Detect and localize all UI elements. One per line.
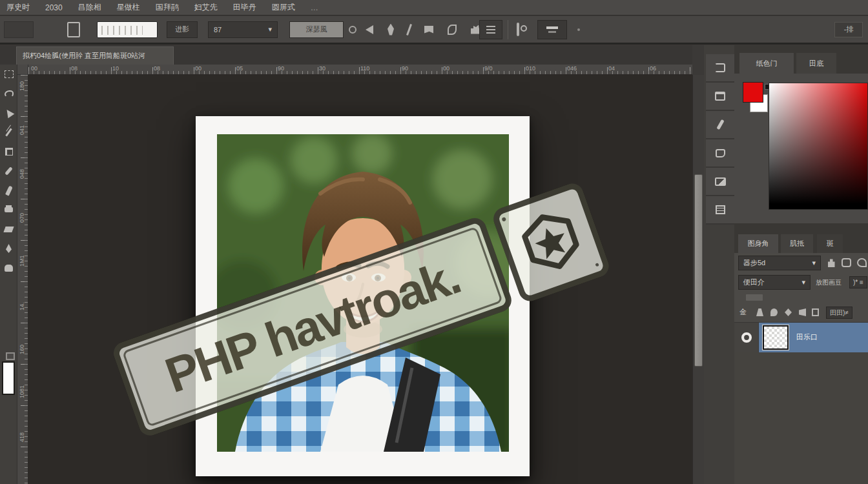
- image-icon: [715, 177, 726, 186]
- tab-swatches[interactable]: 田底: [796, 53, 836, 74]
- image-panel-button[interactable]: [706, 168, 734, 196]
- properties-panel-button[interactable]: [706, 196, 734, 225]
- brush-panel-button[interactable]: [706, 111, 734, 139]
- scrollbar-thumb[interactable]: [694, 174, 703, 367]
- lock-all-icon[interactable]: [812, 308, 819, 316]
- layer-visibility-toggle[interactable]: [734, 323, 759, 352]
- marquee-icon: [5, 70, 14, 78]
- eraser-tool[interactable]: [0, 219, 17, 239]
- document-tab-bar: 拟朽04绘胍(使用肸 直至用筒船斑0站河: [0, 45, 692, 65]
- ruler-label: 110: [360, 65, 369, 72]
- lasso-tool[interactable]: [0, 84, 17, 103]
- wand-tool[interactable]: [0, 123, 17, 142]
- marquee-tool[interactable]: [0, 65, 17, 84]
- vertical-scrollbar[interactable]: [692, 75, 704, 484]
- brush-icon: [5, 185, 13, 196]
- menu-edit[interactable]: 2030: [45, 3, 63, 12]
- tab-paths[interactable]: 斑: [817, 234, 843, 253]
- ruler-label: 90: [402, 65, 408, 72]
- grunge-speck: [595, 263, 599, 267]
- ruler-label: 10: [112, 65, 119, 72]
- dash-icon: [546, 26, 558, 29]
- quill-icon[interactable]: [448, 25, 457, 35]
- opacity-value: 便田介: [743, 277, 765, 287]
- pressure-icon[interactable]: [349, 26, 356, 34]
- eye-icon: [739, 330, 754, 345]
- layers-panel: 器步5d ▾ 便田介 ▾ 放图画豆 )* ≡ 金 田田)≠: [734, 253, 868, 484]
- workspace-switcher-button[interactable]: -排: [834, 22, 863, 37]
- hand-icon: [5, 265, 13, 272]
- menu-filter[interactable]: 妇艾先: [194, 2, 218, 13]
- lock-transparent-icon[interactable]: [756, 308, 763, 316]
- stamp-icon: [5, 207, 13, 212]
- tab-channels[interactable]: 肌抵: [781, 234, 813, 253]
- align-button[interactable]: [479, 20, 502, 39]
- panel-grip: [746, 294, 763, 301]
- tab-color[interactable]: 纸色门: [739, 53, 794, 74]
- tab-layers[interactable]: 图身角: [738, 234, 778, 253]
- ruler-label: 418: [19, 434, 25, 442]
- shapes-panel-button[interactable]: [706, 139, 734, 168]
- lock-artboard-icon[interactable]: [799, 308, 806, 316]
- ruler-label: 08: [71, 65, 78, 72]
- ruler-label: 00: [31, 65, 37, 72]
- menu-view[interactable]: 田毕丹: [233, 2, 256, 13]
- layer-row-selected[interactable]: 田乐口: [734, 323, 868, 352]
- opacity-button[interactable]: 深瑟風: [289, 21, 344, 38]
- move-tool[interactable]: [0, 103, 17, 123]
- hand-tool[interactable]: [0, 258, 17, 277]
- panel-foreground-swatch[interactable]: [743, 82, 763, 103]
- opacity-field[interactable]: )* ≡: [849, 276, 867, 288]
- library-icon: [715, 92, 725, 101]
- brush-preview-button[interactable]: [97, 21, 158, 38]
- menu-select[interactable]: 国拜鹃: [156, 2, 179, 13]
- document-tab[interactable]: 拟朽04绘胍(使用肸 直至用筒船斑0站河: [16, 46, 174, 65]
- mask-icon[interactable]: [842, 258, 851, 267]
- ruler-label: 1M1: [19, 259, 25, 267]
- lock-move-icon[interactable]: [785, 308, 792, 316]
- eraser-icon: [3, 227, 14, 232]
- flag-icon[interactable]: [424, 26, 433, 34]
- background-color-swatch[interactable]: [6, 352, 15, 360]
- bridge-icon[interactable]: [517, 24, 519, 35]
- canvas-area[interactable]: PHP havtroak.: [28, 75, 692, 484]
- blend-mode-dropdown[interactable]: 器步5d ▾: [738, 256, 821, 270]
- opacity-dropdown[interactable]: 便田介 ▾: [738, 275, 811, 290]
- stamp-tool[interactable]: [0, 200, 17, 219]
- eyedropper-tool[interactable]: [0, 161, 17, 181]
- crop-tool[interactable]: [0, 142, 17, 161]
- ruler-label: 180: [19, 83, 25, 91]
- ruler-label: 160: [19, 347, 25, 354]
- ruler-label: 08: [154, 65, 160, 72]
- line-icon[interactable]: [406, 24, 412, 35]
- history-panel-button[interactable]: [706, 54, 734, 83]
- blend-mode-value: 器步5d: [743, 258, 765, 268]
- nav-arrow-icon[interactable]: [366, 25, 373, 34]
- tool-bar: [0, 65, 17, 484]
- fx-icon[interactable]: [857, 258, 867, 267]
- options-bar: 进影 87 ▾ 深瑟風 -排: [0, 16, 868, 45]
- ruler-label: 00: [195, 65, 202, 72]
- tool-preset-button[interactable]: [4, 21, 34, 38]
- mode-button[interactable]: 进影: [167, 21, 198, 38]
- menu-image[interactable]: 昌除相: [78, 2, 101, 13]
- pen-icon[interactable]: [388, 24, 394, 35]
- ruler-label: 070: [19, 215, 25, 223]
- menu-window[interactable]: 圆屏式: [272, 2, 295, 13]
- color-gradient-picker[interactable]: [769, 83, 868, 210]
- properties-icon: [716, 205, 725, 214]
- brush-panel-icon: [716, 119, 724, 130]
- foreground-color-swatch[interactable]: [2, 361, 15, 395]
- layer-thumbnail[interactable]: [763, 325, 789, 350]
- pen-tool[interactable]: [0, 239, 17, 258]
- menu-layer[interactable]: 星做柱: [117, 2, 140, 13]
- brush-size-dropdown[interactable]: 87 ▾: [208, 21, 278, 38]
- library-panel-button[interactable]: [706, 83, 734, 111]
- brush-size-value: 87: [214, 26, 222, 34]
- panel-toggle-button[interactable]: [537, 20, 567, 39]
- fill-field[interactable]: 田田)≠: [826, 307, 852, 319]
- menu-file[interactable]: 厚史时: [6, 2, 30, 13]
- brush-tool[interactable]: [0, 181, 17, 200]
- wand-icon: [5, 128, 12, 136]
- lock-paint-icon[interactable]: [770, 308, 778, 316]
